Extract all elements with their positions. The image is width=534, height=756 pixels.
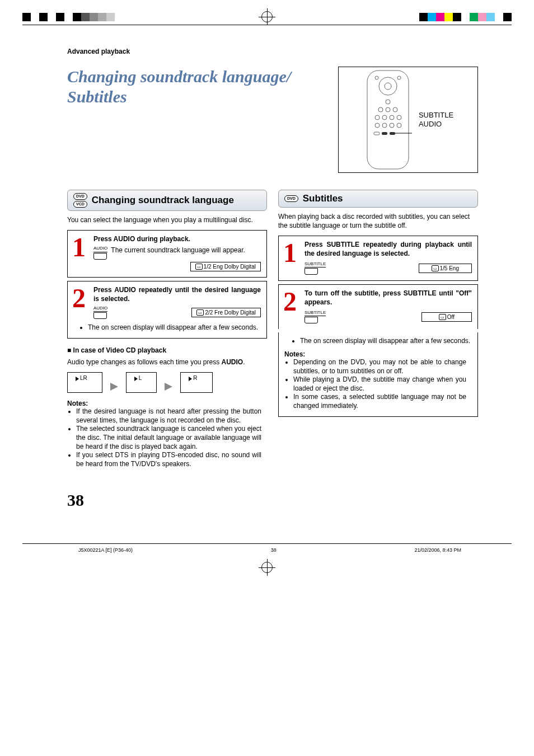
step-2-continued: The on screen display will disappear aft… <box>278 332 478 416</box>
svg-rect-18 <box>382 132 387 135</box>
step-number: 1 <box>72 235 89 271</box>
page-number: 38 <box>67 491 478 510</box>
svg-point-11 <box>390 115 394 120</box>
step-number: 2 <box>72 286 89 319</box>
osd-display: ▭Off <box>421 312 472 322</box>
audio-button-icon: AUDIO <box>93 246 107 260</box>
step-2-bullet: The on screen display will disappear aft… <box>88 323 261 332</box>
svg-point-8 <box>393 107 397 112</box>
page-title: Changing soundtrack language/ Subtitles <box>67 67 291 107</box>
step-2-head: To turn off the subtitle, press SUBTITLE… <box>305 289 472 307</box>
note-item: While playing a DVD, the subtitle may ch… <box>293 375 466 393</box>
svg-point-14 <box>382 123 387 128</box>
step-1-left: 1 Press AUDIO during playback. AUDIO The… <box>67 230 267 278</box>
left-column: DVD VCD Changing soundtrack language You… <box>67 190 267 468</box>
vcd-flow: LR L R <box>67 372 267 393</box>
remote-icon <box>363 69 413 170</box>
notes-list-left: If the desired language is not heard aft… <box>76 407 267 468</box>
step-1-head: Press SUBTITLE repeatedly during playbac… <box>305 241 472 258</box>
footer: J5X00221A [E] (P36-40) 38 21/02/2006, 8:… <box>22 543 512 556</box>
dvd-badge: DVD <box>284 195 298 202</box>
svg-point-12 <box>397 115 401 120</box>
intro-left: You can select the language when you pla… <box>67 215 267 224</box>
panel-title-soundtrack: DVD VCD Changing soundtrack language <box>67 190 267 211</box>
panel-title-text: Subtitles <box>303 193 343 204</box>
step-number: 2 <box>283 289 300 323</box>
svg-point-13 <box>375 123 380 128</box>
footer-center: 38 <box>271 547 277 553</box>
step-1-desc: The current soundtrack language will app… <box>111 246 245 254</box>
panel-title-subtitles: DVD Subtitles <box>278 190 478 208</box>
vcd-badge: VCD <box>73 201 87 208</box>
registration-marks <box>0 0 534 25</box>
notes-head-right: Notes: <box>284 350 472 358</box>
remote-diagram: SUBTITLE AUDIO <box>338 67 478 173</box>
disc-badges: DVD VCD <box>73 193 87 208</box>
svg-point-4 <box>397 76 401 79</box>
osd-display: ▭1/5 Eng <box>419 264 472 274</box>
step-2-head: Press AUDIO repeatedly until the desired… <box>93 286 261 303</box>
arrow-icon <box>165 383 172 391</box>
svg-point-7 <box>386 107 390 112</box>
left-squares <box>22 13 115 21</box>
subtitle-button-icon: SUBTITLE <box>305 262 326 275</box>
right-squares <box>419 13 512 21</box>
note-item: The selected soundtrack language is canc… <box>76 425 261 451</box>
note-item: Depending on the DVD, you may not be abl… <box>293 358 466 375</box>
title-line2: Subtitles <box>67 87 127 106</box>
note-item: In some cases, a selected subtitle langu… <box>293 393 466 410</box>
intro-right: When playing back a disc recorded with s… <box>278 212 478 230</box>
notes-head-left: Notes: <box>67 400 267 407</box>
crosshair-icon <box>261 11 273 22</box>
notes-list-right: Depending on the DVD, you may not be abl… <box>293 358 472 411</box>
note-item: If the desired language is not heard aft… <box>76 407 261 425</box>
step-2-left: 2 Press AUDIO repeatedly until the desir… <box>67 281 267 339</box>
vcd-subhead: ■ In case of Video CD playback <box>67 346 267 354</box>
svg-point-5 <box>386 100 390 104</box>
remote-label-audio: AUDIO <box>419 120 453 129</box>
footer-right: 21/02/2006, 8:43 PM <box>414 547 461 553</box>
disc-badges: DVD <box>284 195 298 202</box>
step-1-head: Press AUDIO during playback. <box>93 235 261 244</box>
vcd-box-lr: LR <box>67 372 102 393</box>
osd-display: ▭1/2 Eng Dolby Digital <box>190 262 261 272</box>
vcd-desc: Audio type changes as follows each time … <box>67 358 267 367</box>
vcd-box-r: R <box>180 372 212 393</box>
svg-point-2 <box>385 83 391 90</box>
dvd-badge: DVD <box>73 193 87 200</box>
svg-point-3 <box>375 76 378 79</box>
svg-rect-19 <box>390 132 395 135</box>
right-column: DVD Subtitles When playing back a disc r… <box>278 190 478 468</box>
panel-title-text: Changing soundtrack language <box>92 195 234 206</box>
step-1-right: 1 Press SUBTITLE repeatedly during playb… <box>278 236 478 281</box>
svg-rect-0 <box>367 71 409 169</box>
remote-label-subtitle: SUBTITLE <box>419 111 453 120</box>
svg-point-6 <box>378 107 383 112</box>
section-header: Advanced playback <box>67 48 478 55</box>
footer-left: J5X00221A [E] (P36-40) <box>78 547 133 553</box>
note-item: If you select DTS in playing DTS-encoded… <box>76 451 261 468</box>
svg-point-10 <box>382 115 387 120</box>
svg-rect-17 <box>374 132 380 135</box>
bottom-crosshair <box>0 562 534 575</box>
svg-point-16 <box>397 123 401 128</box>
step-2-right: 2 To turn off the subtitle, press SUBTIT… <box>278 284 478 329</box>
title-line1: Changing soundtrack language/ <box>67 67 291 86</box>
step-number: 1 <box>283 241 300 275</box>
vcd-box-l: L <box>126 372 157 393</box>
subtitle-button-icon: SUBTITLE <box>305 311 326 324</box>
svg-point-15 <box>390 123 394 128</box>
svg-point-1 <box>379 77 397 95</box>
audio-button-icon: AUDIO <box>93 306 107 320</box>
osd-display: ▭2/2 Fre Dolby Digital <box>191 308 261 318</box>
svg-point-9 <box>375 115 380 120</box>
step-2-bullet: The on screen display will disappear aft… <box>300 337 472 346</box>
arrow-icon <box>110 383 118 391</box>
